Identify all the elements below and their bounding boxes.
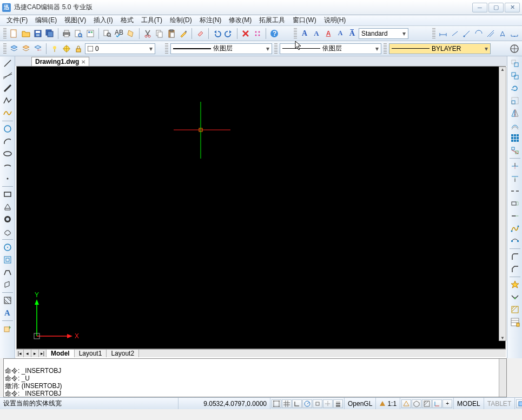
toolbar-grip[interactable] (3, 28, 6, 39)
plot-setup-icon[interactable] (85, 28, 96, 39)
ortho-toggle[interactable] (292, 399, 302, 408)
lineweight-combo[interactable]: BYLAYER ▾ (389, 43, 491, 54)
print-icon[interactable] (61, 28, 72, 39)
ellipse-icon[interactable] (2, 148, 14, 160)
spline-icon[interactable] (2, 107, 14, 119)
explode-icon[interactable] (509, 279, 521, 291)
circle-icon[interactable] (2, 123, 14, 135)
dim-ordinate-icon[interactable] (461, 28, 472, 39)
layout-next-icon[interactable]: ▸ (31, 350, 39, 357)
polygon-3d-icon[interactable] (2, 201, 14, 213)
color-combo[interactable]: 依图层 ▾ (170, 43, 272, 54)
vertical-scrollbar[interactable] (499, 67, 506, 341)
dim-angular-icon[interactable] (497, 28, 508, 39)
cycle-toggle[interactable]: + (442, 399, 452, 408)
toolbar-grip[interactable] (384, 43, 387, 54)
select-similar-icon[interactable] (252, 28, 263, 39)
linetype-combo[interactable]: 依图层 ▾ (280, 43, 381, 54)
text-style-combo[interactable]: Standard▾ (359, 28, 408, 39)
polyline-icon[interactable] (2, 95, 14, 107)
snap-toggle[interactable] (272, 399, 281, 408)
status-coords[interactable]: 9.0532,4.0797,0.0000 (179, 398, 270, 409)
line-icon[interactable] (2, 57, 14, 69)
help-icon[interactable]: ? (269, 28, 280, 39)
status-scale[interactable]: 1:1 (376, 398, 400, 409)
revcloud-icon[interactable] (2, 226, 14, 238)
close-tab-icon[interactable]: ✕ (81, 59, 85, 65)
status-tablet[interactable]: TABLET (484, 398, 515, 409)
fillet-icon[interactable] (509, 251, 521, 262)
layout-tab-2[interactable]: Layout2 (107, 350, 139, 357)
menu-dimension[interactable]: 标注(N) (196, 15, 225, 26)
ellipse-arc-icon[interactable] (2, 160, 14, 172)
wipeout-icon[interactable] (2, 266, 14, 278)
menu-window[interactable]: 窗口(W) (289, 15, 319, 26)
undo-icon[interactable] (212, 28, 222, 39)
find-icon[interactable] (102, 28, 113, 39)
dim-leader-icon[interactable] (509, 28, 520, 39)
layout-tab-model[interactable]: Model (47, 350, 75, 357)
edit-pline-icon[interactable] (509, 222, 521, 234)
align-icon[interactable] (509, 145, 521, 156)
document-tab[interactable]: Drawing1.dwg ✕ (31, 57, 89, 66)
erase-icon[interactable] (195, 28, 206, 39)
menu-insert[interactable]: 插入(I) (90, 15, 116, 26)
toolbar-grip[interactable] (274, 43, 277, 54)
ucs-toggle[interactable] (432, 399, 442, 408)
lengthen-icon[interactable] (509, 210, 521, 222)
stretch-icon[interactable] (509, 198, 521, 209)
trim-icon[interactable] (509, 160, 521, 172)
layer-previous-icon[interactable]: ← (32, 43, 43, 54)
dim-aligned-icon[interactable] (450, 28, 460, 39)
toolbar-grip[interactable] (432, 28, 435, 39)
cut-icon[interactable] (142, 28, 153, 39)
layout-first-icon[interactable]: |◂ (16, 350, 24, 357)
edit-spline-icon[interactable] (509, 235, 521, 247)
new-file-icon[interactable] (9, 28, 19, 39)
layer-manager-icon[interactable] (9, 43, 19, 54)
match-properties-icon[interactable] (178, 28, 189, 39)
edit-hatch-icon[interactable] (509, 304, 521, 316)
boundary-icon[interactable] (2, 254, 14, 266)
menu-edit[interactable]: 编辑(E) (32, 15, 60, 26)
toolbar-grip[interactable] (3, 43, 6, 54)
xline-icon[interactable] (2, 70, 14, 82)
dyn-input-toggle[interactable] (401, 399, 411, 408)
text-style-a4-icon[interactable]: A (335, 28, 346, 39)
layer-freeze-icon[interactable] (61, 43, 72, 54)
save-icon[interactable] (32, 28, 43, 39)
extra-toggle-1[interactable] (516, 399, 522, 408)
hatch-icon[interactable] (2, 294, 14, 306)
close-button[interactable]: ✕ (505, 3, 520, 12)
osnap-toggle[interactable] (313, 399, 322, 408)
lwt-toggle[interactable] (333, 399, 343, 408)
minimize-button[interactable]: ─ (472, 3, 487, 12)
audit-icon[interactable] (125, 28, 136, 39)
spell-check-icon[interactable]: ABC (114, 28, 124, 39)
redo-icon[interactable] (223, 28, 234, 39)
cmd-scrollbar[interactable] (499, 359, 506, 397)
scale-icon[interactable] (509, 95, 521, 107)
copy-obj-icon[interactable] (509, 70, 521, 82)
status-model[interactable]: MODEL (454, 398, 484, 409)
dim-diameter-icon[interactable] (485, 28, 496, 39)
text-style-a2-icon[interactable]: A (311, 28, 322, 39)
status-renderer[interactable]: OpenGL (345, 398, 376, 409)
command-window[interactable]: 命令: _INSERTOBJ 命令: _U 撤消: (INSERTOBJ) 命令… (3, 358, 507, 397)
open-file-icon[interactable] (21, 28, 31, 39)
move-icon[interactable] (509, 57, 521, 69)
break-icon[interactable] (509, 185, 521, 197)
menu-view[interactable]: 视图(V) (61, 15, 89, 26)
dim-linear-icon[interactable] (438, 28, 448, 39)
arc-icon[interactable] (2, 135, 14, 147)
otrack-toggle[interactable] (323, 399, 333, 408)
dim-radius-icon[interactable] (473, 28, 484, 39)
text-style-a3-icon[interactable]: A (323, 28, 334, 39)
menu-file[interactable]: 文件(F) (3, 15, 31, 26)
mirror-icon[interactable] (509, 107, 521, 119)
iso-toggle[interactable] (412, 399, 421, 408)
dim-center-icon[interactable] (509, 43, 520, 54)
copy-icon[interactable] (154, 28, 165, 39)
toolbar-grip[interactable] (165, 43, 168, 54)
point-icon[interactable] (2, 173, 14, 185)
